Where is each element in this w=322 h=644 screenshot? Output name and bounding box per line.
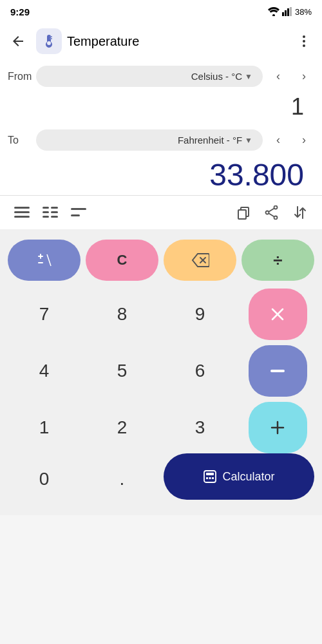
svg-rect-43 <box>212 477 214 479</box>
to-chevron: ▼ <box>245 136 252 145</box>
svg-rect-11 <box>14 211 30 213</box>
svg-point-0 <box>272 14 275 16</box>
multiply-icon <box>270 307 285 322</box>
lines-full-icon <box>14 207 30 218</box>
copy-button[interactable] <box>232 201 255 224</box>
from-row: From Celsius - °C ▼ ‹ › <box>8 59 314 93</box>
svg-rect-13 <box>43 207 49 209</box>
key-8[interactable]: 8 <box>86 289 158 340</box>
backspace-icon <box>191 253 209 267</box>
toolbar <box>0 195 322 229</box>
key-6[interactable]: 6 <box>164 345 236 397</box>
svg-rect-19 <box>71 208 86 210</box>
swap-icon <box>293 205 307 220</box>
svg-rect-3 <box>287 8 289 16</box>
battery-text: 38% <box>295 7 312 17</box>
from-value: 1 <box>291 93 304 120</box>
divide-key[interactable]: ÷ <box>242 240 314 281</box>
backspace-key[interactable] <box>164 240 236 281</box>
svg-rect-15 <box>43 211 49 213</box>
share-icon <box>265 205 279 220</box>
toolbar-right <box>232 201 312 224</box>
temperature-icon <box>41 33 57 49</box>
lines-short-button[interactable] <box>67 201 90 224</box>
svg-rect-6 <box>50 38 52 39</box>
share-button[interactable] <box>260 201 283 224</box>
to-prev-button[interactable]: ‹ <box>268 130 289 151</box>
swap-button[interactable] <box>289 201 312 224</box>
keypad-bottom-row: 0 . Calculator <box>8 453 314 505</box>
svg-line-31 <box>47 254 51 266</box>
svg-rect-20 <box>71 214 80 216</box>
to-next-button[interactable]: › <box>294 130 314 151</box>
svg-rect-41 <box>206 477 208 479</box>
key-5[interactable]: 5 <box>86 345 158 397</box>
key-9[interactable]: 9 <box>164 289 236 340</box>
back-icon <box>10 33 26 49</box>
key-2[interactable]: 2 <box>86 402 158 453</box>
svg-rect-17 <box>43 216 49 218</box>
svg-rect-36 <box>270 370 285 372</box>
calculator-icon <box>203 469 217 484</box>
app-bar: Temperature <box>0 23 322 59</box>
minus-key[interactable] <box>249 345 307 397</box>
minus-icon <box>270 369 285 373</box>
svg-point-23 <box>274 206 278 209</box>
to-unit: Fahrenheit - °F <box>178 135 242 146</box>
key-1[interactable]: 1 <box>8 402 80 453</box>
keypad: C ÷ 7 8 9 4 5 <box>0 229 322 515</box>
from-next-button[interactable]: › <box>294 66 314 87</box>
svg-point-7 <box>303 35 305 38</box>
from-section: From Celsius - °C ▼ ‹ › 1 To Fahrenheit … <box>0 59 322 195</box>
calculator-label: Calculator <box>222 470 274 484</box>
key-7[interactable]: 7 <box>8 289 80 340</box>
plus-minus-icon <box>35 251 53 269</box>
app-icon <box>36 28 62 54</box>
copy-icon <box>236 205 251 220</box>
multiply-key[interactable] <box>249 289 307 340</box>
lines-split-icon <box>43 207 58 218</box>
signal-icon <box>282 7 292 16</box>
clear-key[interactable]: C <box>86 240 158 281</box>
to-select[interactable]: Fahrenheit - °F ▼ <box>36 129 263 151</box>
svg-rect-5 <box>50 36 52 37</box>
svg-rect-12 <box>14 216 30 218</box>
status-bar: 9:29 38% <box>0 0 322 23</box>
svg-rect-1 <box>282 12 284 16</box>
plus-minus-key[interactable] <box>8 240 80 281</box>
more-button[interactable] <box>291 28 317 54</box>
key-3[interactable]: 3 <box>164 402 236 453</box>
key-0[interactable]: 0 <box>8 453 80 505</box>
to-value-display: 33.800 <box>8 157 314 195</box>
lines-short-icon <box>71 208 86 217</box>
status-time: 9:29 <box>10 6 30 17</box>
svg-rect-10 <box>14 207 30 209</box>
from-select[interactable]: Celsius - °C ▼ <box>36 66 263 87</box>
clear-label: C <box>117 252 128 269</box>
svg-line-26 <box>269 209 274 212</box>
key-dot[interactable]: . <box>86 453 158 505</box>
to-value: 33.800 <box>209 158 304 192</box>
status-icons: 38% <box>268 7 312 17</box>
lines-full-button[interactable] <box>10 201 33 224</box>
svg-point-24 <box>274 216 278 220</box>
plus-key[interactable] <box>249 402 307 453</box>
key-4[interactable]: 4 <box>8 345 80 397</box>
keypad-num-rows: 7 8 9 4 5 6 1 2 3 <box>8 289 314 453</box>
more-icon <box>296 33 312 49</box>
svg-rect-4 <box>290 7 292 16</box>
lines-split-button[interactable] <box>39 201 62 224</box>
toolbar-left <box>10 201 90 224</box>
svg-rect-29 <box>40 254 41 259</box>
to-row: To Fahrenheit - °F ▼ ‹ › <box>8 123 314 157</box>
from-prev-button[interactable]: ‹ <box>268 66 289 87</box>
svg-rect-42 <box>209 477 211 479</box>
svg-rect-39 <box>204 471 216 482</box>
svg-rect-30 <box>38 262 43 263</box>
divide-label: ÷ <box>273 251 282 270</box>
calculator-button[interactable]: Calculator <box>164 453 314 500</box>
svg-point-8 <box>303 40 305 43</box>
from-unit: Celsius - °C <box>191 71 242 82</box>
app-title: Temperature <box>67 34 286 49</box>
back-button[interactable] <box>5 28 31 54</box>
